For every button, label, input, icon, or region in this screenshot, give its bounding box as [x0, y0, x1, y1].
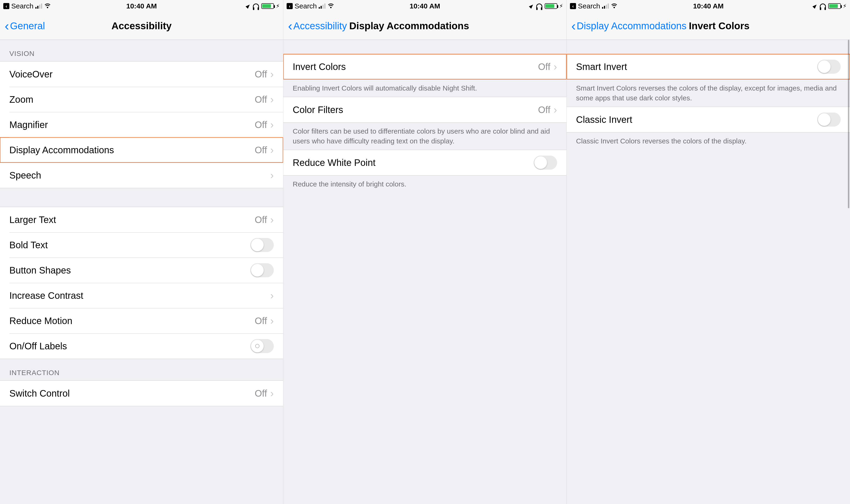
row-bold-text[interactable]: Bold Text [0, 232, 283, 258]
page-title: Invert Colors [689, 20, 749, 32]
chevron-left-icon: ‹ [288, 19, 293, 33]
row-larger-text[interactable]: Larger Text Off › [0, 207, 283, 232]
back-label: General [10, 20, 45, 32]
row-label: Magnifier [10, 120, 255, 130]
row-label: Switch Control [10, 388, 255, 399]
cellular-signal-icon [35, 3, 42, 8]
chevron-right-icon: › [270, 94, 274, 105]
row-magnifier[interactable]: Magnifier Off › [0, 112, 283, 137]
screen-display-accommodations: ‹ Search 10:40 AM ⚡︎ ‹ Accessibility Dis… [283, 0, 567, 504]
row-value: Off [255, 316, 267, 326]
row-value: Off [255, 388, 267, 399]
wifi-icon [611, 3, 618, 8]
clock-time: 10:40 AM [410, 2, 440, 10]
row-label: Classic Invert [576, 114, 817, 125]
back-to-app-label[interactable]: Search [11, 2, 34, 10]
back-button[interactable]: ‹ General [5, 19, 45, 33]
row-voiceover[interactable]: VoiceOver Off › [0, 61, 283, 87]
clock-time: 10:40 AM [693, 2, 724, 10]
nav-bar: ‹ General Accessibility [0, 12, 283, 40]
chevron-right-icon: › [270, 290, 274, 301]
back-label: Accessibility [293, 20, 347, 32]
row-label: On/Off Labels [10, 341, 250, 352]
back-button[interactable]: ‹ Accessibility [288, 19, 347, 33]
row-reduce-white-point[interactable]: Reduce White Point [283, 150, 567, 175]
back-to-app-icon[interactable]: ‹ [570, 3, 576, 9]
back-to-app-icon[interactable]: ‹ [3, 3, 10, 9]
chevron-right-icon: › [270, 388, 274, 399]
page-title: Accessibility [111, 20, 172, 32]
row-color-filters[interactable]: Color Filters Off › [283, 97, 567, 122]
chevron-right-icon: › [554, 104, 557, 115]
row-label: Invert Colors [293, 61, 538, 72]
row-invert-colors[interactable]: Invert Colors Off › [283, 54, 567, 79]
content[interactable]: Invert Colors Off › Enabling Invert Colo… [283, 40, 567, 504]
row-label: Color Filters [293, 105, 538, 115]
row-label: Larger Text [10, 215, 255, 225]
list-white-point: Reduce White Point [283, 150, 567, 176]
chevron-left-icon: ‹ [5, 19, 9, 33]
wifi-icon [327, 3, 334, 8]
footer-classic: Classic Invert Colors reverses the color… [567, 132, 850, 150]
row-display-accommodations[interactable]: Display Accommodations Off › [0, 137, 283, 163]
chevron-right-icon: › [270, 214, 274, 226]
row-classic-invert[interactable]: Classic Invert [567, 107, 850, 132]
row-label: Reduce Motion [10, 316, 255, 326]
row-switch-control[interactable]: Switch Control Off › [0, 381, 283, 406]
chevron-right-icon: › [270, 68, 274, 80]
back-to-app-icon[interactable]: ‹ [287, 3, 293, 9]
list-classic-invert: Classic Invert [567, 107, 850, 132]
battery-icon [828, 3, 841, 9]
back-to-app-label[interactable]: Search [295, 2, 317, 10]
screen-invert-colors: ‹ Search 10:40 AM ⚡︎ ‹ Display Accommoda… [567, 0, 850, 504]
screen-accessibility: ‹ Search 10:40 AM ⚡︎ ‹ General Accessibi… [0, 0, 283, 504]
list-text-display: Larger Text Off › Bold Text Button Shape… [0, 207, 283, 359]
headphones-icon [820, 3, 826, 8]
toggle-bold-text[interactable] [250, 238, 274, 252]
row-increase-contrast[interactable]: Increase Contrast › [0, 283, 283, 308]
group-header-interaction: INTERACTION [0, 359, 283, 380]
back-button[interactable]: ‹ Display Accommodations [571, 19, 687, 33]
charging-icon: ⚡︎ [276, 3, 280, 10]
row-value: Off [538, 105, 551, 115]
toggle-button-shapes[interactable] [250, 263, 274, 277]
row-label: Zoom [10, 94, 255, 105]
row-label: Bold Text [10, 240, 250, 250]
nav-bar: ‹ Accessibility Display Accommodations [283, 12, 567, 40]
row-label: Speech [10, 170, 270, 181]
list-interaction: Switch Control Off › [0, 380, 283, 406]
row-zoom[interactable]: Zoom Off › [0, 87, 283, 112]
content[interactable]: Smart Invert Smart Invert Colors reverse… [567, 40, 850, 504]
row-label: Button Shapes [10, 265, 250, 276]
footer-filters: Color filters can be used to differentia… [283, 123, 567, 150]
back-to-app-label[interactable]: Search [578, 2, 600, 10]
row-smart-invert[interactable]: Smart Invert [567, 54, 850, 79]
location-icon [813, 3, 818, 9]
row-onoff-labels[interactable]: On/Off Labels [0, 334, 283, 359]
row-button-shapes[interactable]: Button Shapes [0, 258, 283, 283]
list-smart-invert: Smart Invert [567, 54, 850, 79]
row-value: Off [255, 145, 267, 155]
row-value: Off [255, 215, 267, 225]
chevron-right-icon: › [270, 144, 274, 156]
cellular-signal-icon [319, 3, 326, 8]
location-icon [529, 3, 534, 9]
battery-icon [261, 3, 274, 9]
status-bar: ‹ Search 10:40 AM ⚡︎ [0, 0, 283, 12]
row-label: Reduce White Point [293, 158, 534, 168]
toggle-reduce-white-point[interactable] [534, 156, 557, 169]
toggle-classic-invert[interactable] [817, 112, 840, 127]
row-speech[interactable]: Speech › [0, 163, 283, 188]
page-title: Display Accommodations [349, 20, 469, 32]
nav-bar: ‹ Display Accommodations Invert Colors [567, 12, 850, 40]
back-label: Display Accommodations [577, 20, 687, 32]
battery-icon [545, 3, 557, 9]
wifi-icon [44, 3, 51, 8]
chevron-left-icon: ‹ [571, 19, 576, 33]
row-reduce-motion[interactable]: Reduce Motion Off › [0, 308, 283, 334]
footer-smart: Smart Invert Colors reverses the colors … [567, 79, 850, 107]
toggle-smart-invert[interactable] [817, 60, 840, 74]
row-label: Display Accommodations [10, 145, 255, 155]
content[interactable]: VISION VoiceOver Off › Zoom Off › Magnif… [0, 40, 283, 504]
toggle-onoff-labels[interactable] [250, 339, 274, 353]
